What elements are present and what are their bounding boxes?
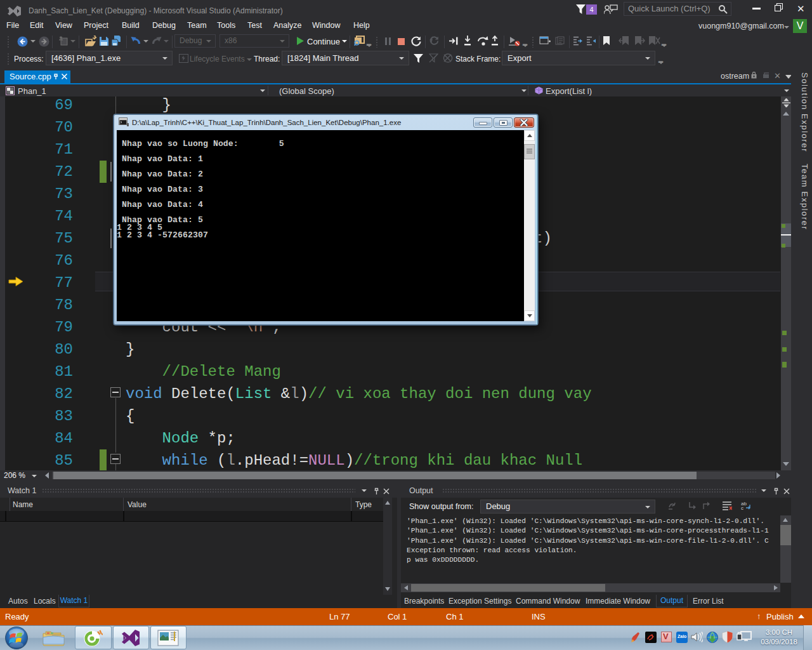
svg-text:c: c xyxy=(741,505,743,510)
